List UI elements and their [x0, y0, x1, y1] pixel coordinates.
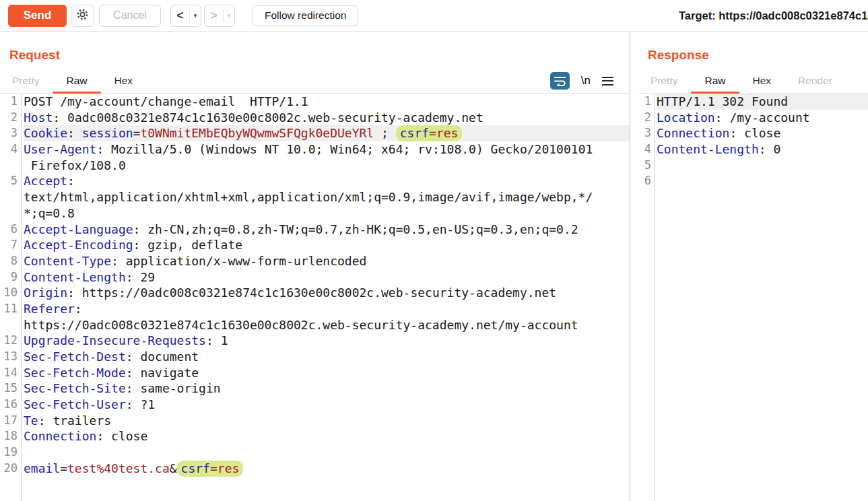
editor-line: 17Te: trailers: [0, 413, 630, 429]
line-number: 17: [0, 413, 18, 429]
editor-line: https://0adc008c0321e874c1c1630e00c8002c…: [0, 317, 630, 333]
request-tab-bar: Pretty Raw Hex \n: [0, 69, 630, 94]
request-tab-pretty[interactable]: Pretty: [12, 75, 39, 93]
editor-line: 4User-Agent: Mozilla/5.0 (Windows NT 10.…: [0, 141, 630, 158]
response-panel-title: Response: [648, 48, 868, 65]
line-number: 4: [0, 141, 18, 158]
line-number: 15: [0, 380, 18, 397]
editor-line: 13Sec-Fetch-Dest: document: [0, 349, 630, 365]
line-content: [657, 158, 868, 174]
line-number: 1: [0, 94, 18, 110]
request-response-split: Request Pretty Raw Hex \n 1P: [0, 32, 868, 501]
search-highlight-pill: csrf=res: [396, 125, 463, 141]
line-number: 5: [638, 158, 651, 174]
editor-line: text/html,application/xhtml+xml,applicat…: [0, 189, 630, 205]
line-content: Sec-Fetch-Site: same-origin: [24, 380, 630, 397]
line-number: 7: [0, 237, 18, 253]
editor-line: 12Upgrade-Insecure-Requests: 1: [0, 333, 630, 349]
editor-line: 19: [0, 444, 630, 461]
editor-line: 6Accept-Language: zh-CN,zh;q=0.8,zh-TW;q…: [0, 222, 630, 238]
follow-redirection-button[interactable]: Follow redirection: [253, 5, 358, 26]
back-button-group[interactable]: < ▼: [170, 5, 201, 27]
line-content: User-Agent: Mozilla/5.0 (Windows NT 10.0…: [24, 141, 630, 158]
response-panel: Response Pretty Raw Hex Render 1HTTP/1.1…: [630, 32, 868, 501]
line-content: Accept-Encoding: gzip, deflate: [24, 237, 630, 253]
line-content: email=test%40test.ca&csrf=res: [24, 461, 630, 477]
line-content: Referer:: [24, 301, 630, 317]
line-number: 12: [0, 333, 18, 349]
editor-line: 5: [638, 158, 868, 174]
line-number: 9: [0, 269, 18, 286]
forward-arrow-icon[interactable]: >: [205, 9, 223, 23]
editor-line: 6: [638, 173, 868, 189]
target-url-label: Target: https://0adc008c0321e874c1c1630e…: [679, 0, 868, 32]
line-content: text/html,application/xhtml+xml,applicat…: [24, 189, 630, 205]
editor-line: 3Cookie: session=t0WNmitEMbEQbyWQwmwSFQg…: [0, 125, 630, 141]
line-number: 8: [0, 253, 18, 269]
forward-button-group[interactable]: > ▼: [204, 5, 235, 27]
response-tab-pretty[interactable]: Pretty: [650, 75, 677, 93]
line-number: 18: [0, 428, 18, 444]
editor-line: 8Content-Type: application/x-www-form-ur…: [0, 253, 630, 269]
newline-toggle-icon[interactable]: \n: [581, 74, 591, 88]
request-editor[interactable]: 1POST /my-account/change-email HTTP/1.12…: [0, 94, 630, 501]
line-content: Content-Length: 29: [24, 269, 630, 286]
line-number: 3: [638, 125, 651, 141]
settings-button[interactable]: [71, 5, 94, 27]
response-tab-raw[interactable]: Raw: [704, 75, 725, 93]
editor-line: 10Origin: https://0adc008c0321e874c1c163…: [0, 285, 630, 301]
request-tab-hex[interactable]: Hex: [114, 75, 133, 93]
editor-line: 4Content-Length: 0: [638, 141, 868, 158]
line-content: [657, 173, 868, 189]
line-number: 11: [0, 301, 18, 317]
line-content: Te: trailers: [24, 413, 630, 429]
line-number: 4: [638, 141, 651, 158]
word-wrap-icon[interactable]: [550, 72, 570, 90]
line-content: Connection: close: [657, 125, 868, 141]
back-arrow-icon[interactable]: <: [171, 9, 189, 23]
send-button[interactable]: Send: [8, 5, 67, 27]
line-number: 16: [0, 397, 18, 413]
response-tab-render[interactable]: Render: [798, 75, 832, 93]
line-content: Connection: close: [24, 428, 630, 444]
line-number: 19: [0, 444, 18, 461]
line-number: 20: [0, 461, 18, 477]
search-highlight-pill: csrf=res: [177, 461, 244, 477]
editor-line: 5Accept:: [0, 173, 630, 189]
line-content: Upgrade-Insecure-Requests: 1: [24, 333, 630, 349]
editor-line: 11Referer:: [0, 301, 630, 317]
line-number: 5: [0, 173, 18, 189]
request-tab-raw[interactable]: Raw: [66, 75, 87, 93]
line-content: [24, 444, 630, 461]
line-number: 13: [0, 349, 18, 365]
line-number: 14: [0, 365, 18, 381]
editor-line: 16Sec-Fetch-User: ?1: [0, 397, 630, 413]
editor-line: 9Content-Length: 29: [0, 269, 630, 286]
response-editor[interactable]: 1HTTP/1.1 302 Found2Location: /my-accoun…: [638, 94, 868, 501]
line-content: Sec-Fetch-Mode: navigate: [24, 365, 630, 381]
line-content: Host: 0adc008c0321e874c1c1630e00c8002c.w…: [24, 110, 630, 126]
line-content: https://0adc008c0321e874c1c1630e00c8002c…: [24, 317, 630, 333]
line-number: 3: [0, 125, 18, 141]
repeater-toolbar: Send Cancel < ▼ > ▼ Follow redirection T…: [0, 0, 868, 32]
line-number: 2: [0, 110, 18, 126]
line-content: HTTP/1.1 302 Found: [657, 94, 868, 110]
cancel-button[interactable]: Cancel: [99, 5, 161, 27]
editor-line: 1POST /my-account/change-email HTTP/1.1: [0, 94, 630, 110]
line-content: Cookie: session=t0WNmitEMbEQbyWQwmwSFQgk…: [24, 125, 630, 141]
line-number: 10: [0, 285, 18, 301]
editor-line: 18Connection: close: [0, 428, 630, 444]
line-content: Sec-Fetch-User: ?1: [24, 397, 630, 413]
line-content: Content-Length: 0: [657, 141, 868, 158]
editor-line: *;q=0.8: [0, 205, 630, 222]
hamburger-menu-icon[interactable]: [602, 77, 613, 86]
editor-line: 2Host: 0adc008c0321e874c1c1630e00c8002c.…: [0, 110, 630, 126]
back-dropdown-icon[interactable]: ▼: [190, 13, 201, 19]
line-content: *;q=0.8: [24, 205, 630, 222]
line-number: 6: [638, 173, 651, 189]
editor-line: 7Accept-Encoding: gzip, deflate: [0, 237, 630, 253]
line-content: Content-Type: application/x-www-form-url…: [24, 253, 630, 269]
line-content: POST /my-account/change-email HTTP/1.1: [24, 94, 630, 110]
response-tab-hex[interactable]: Hex: [753, 75, 772, 93]
forward-dropdown-icon[interactable]: ▼: [224, 13, 234, 19]
